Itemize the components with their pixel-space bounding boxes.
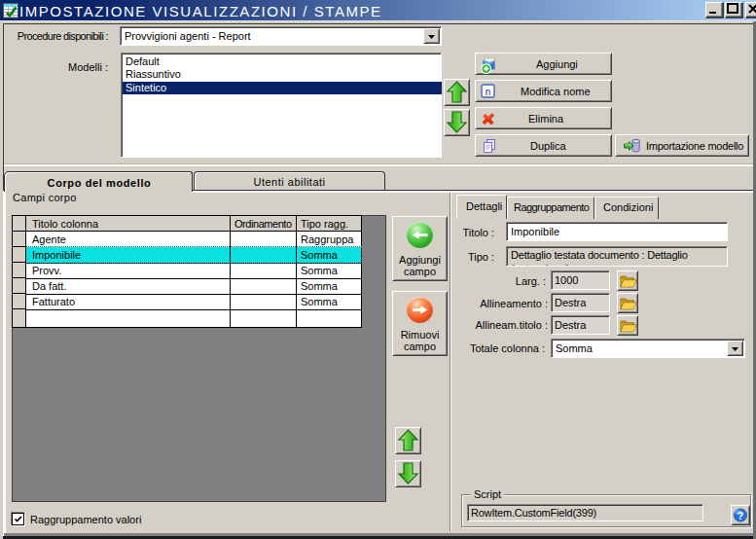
svg-text:?: ? bbox=[738, 510, 743, 521]
svg-text:n: n bbox=[486, 87, 491, 97]
